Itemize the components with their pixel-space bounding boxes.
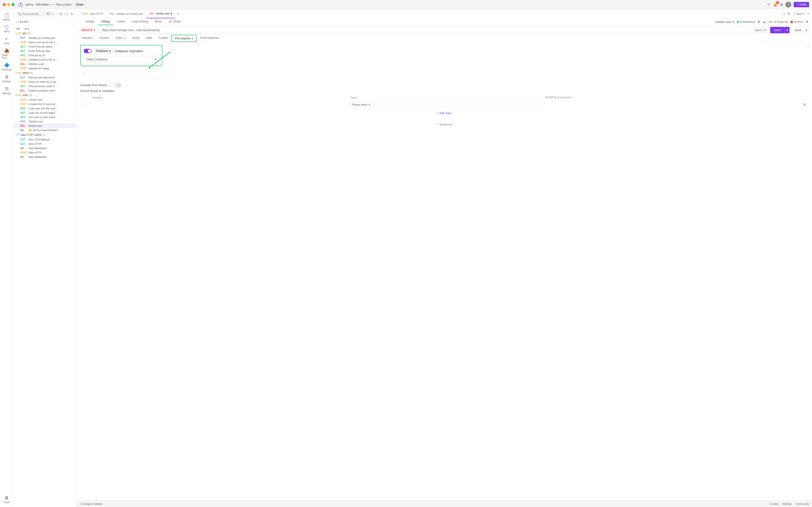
list-item[interactable]: POST Place an order for a pet	[13, 80, 76, 84]
lock-button[interactable]: 🔒 Lock	[763, 20, 772, 23]
tab-headers[interactable]: Headers	[78, 35, 96, 42]
environment-selector[interactable]: Developing ▾	[737, 20, 755, 23]
sidebar-item-schemas[interactable]: 🔷 Schemas	[1, 61, 12, 72]
tree-group-tcp[interactable]: ▾ T New TCP Client (1)	[13, 132, 76, 137]
archive-button[interactable]: 📥 Archive	[790, 20, 803, 23]
add-tab-button[interactable]: +	[175, 12, 181, 16]
list-item[interactable]: GET Find purchase order b...	[13, 84, 76, 89]
jsonpath-input[interactable]	[545, 103, 799, 106]
tree-group-pet[interactable]: ▾ 📁 pet (8)	[13, 31, 76, 36]
list-item[interactable]: GET Logs out current logge...	[13, 111, 76, 115]
duplicate-button[interactable]: ⧉ Duplicate	[774, 20, 788, 23]
tab-params[interactable]: Params	[96, 35, 113, 42]
add-folder-icon[interactable]: ☐	[64, 12, 68, 16]
sidebar-item-trash[interactable]: 🗑 Trash	[1, 494, 12, 505]
http-version-selector[interactable]: http/1.1 ▾	[753, 27, 768, 33]
list-item[interactable]: DEL Deletes a pet	[13, 62, 76, 66]
list-item[interactable]: POST Creates list of users wi...	[13, 102, 76, 106]
tree-group-user[interactable]: ▾ 📁 user (8)	[13, 93, 76, 98]
sidebar-item-tests[interactable]: ✓ Tests	[1, 35, 12, 46]
list-item[interactable]: POST Add a new pet to the s...	[13, 40, 76, 44]
tab-share[interactable]: 🔗 Share	[165, 18, 184, 25]
jsonpath-info-icon[interactable]: ⓘ	[572, 96, 574, 99]
tab-update-pet[interactable]: PUT Update an existing pet	[106, 9, 146, 18]
workspace-selector[interactable]: T Test ▾	[792, 11, 806, 16]
db-toggle[interactable]	[84, 49, 92, 53]
settings-bottom-button[interactable]: Settings	[782, 502, 792, 505]
list-item[interactable]: PUT Update an existing pet	[13, 36, 76, 40]
tab-cookie[interactable]: Cookie	[155, 35, 171, 42]
invite-button[interactable]: + Invite	[794, 2, 809, 7]
tab-cases[interactable]: Cases	[113, 18, 128, 25]
list-item[interactable]: PUT Update user	[13, 119, 76, 124]
expand-button[interactable]: ⛶	[805, 44, 809, 48]
more-tabs-button[interactable]: ···	[181, 12, 187, 15]
add-task-button[interactable]: + Add Task	[437, 112, 451, 115]
sidebar-item-apis[interactable]: ⬡ APIs	[1, 23, 12, 34]
db-select-dropdown[interactable]: Select Database ▾	[84, 56, 159, 63]
list-item[interactable]: GET Get user by user name	[13, 115, 76, 119]
tab-new-http[interactable]: POST New HTTP	[78, 9, 106, 18]
tab-post-response[interactable]: Post-response	[197, 35, 222, 42]
list-item[interactable]: GET Logs user into the syst...	[13, 106, 76, 111]
expand-icon[interactable]: ≡	[807, 11, 810, 16]
new-project-button[interactable]: + New project	[54, 3, 71, 6]
list-item[interactable]: POST New HTTP	[13, 151, 76, 155]
sidebar-item-settings[interactable]: ⚙ Settings	[1, 73, 12, 84]
collapse-left-icon[interactable]: ◁	[781, 11, 785, 16]
search-box[interactable]: 🔍 All ▾	[16, 11, 57, 17]
fullscreen-button[interactable]	[12, 3, 14, 6]
refresh-icon[interactable]: ↻	[767, 2, 771, 7]
console-toggle[interactable]	[113, 83, 121, 88]
url-input[interactable]	[99, 27, 751, 33]
list-item[interactable]: POST uploads an image	[13, 66, 76, 70]
jsonpath-cell[interactable]	[543, 101, 801, 109]
variable-cell[interactable]	[90, 101, 348, 109]
drag-handle-icon[interactable]: ⠿	[82, 103, 84, 106]
tab-mock[interactable]: Mock	[152, 18, 165, 25]
list-item[interactable]: MD New Markdown	[13, 155, 76, 159]
layout-icon[interactable]: ⊞	[779, 2, 783, 7]
type-select[interactable]: Please select ▾	[350, 102, 541, 107]
more-settings-icon[interactable]: ⚙	[731, 20, 735, 24]
list-item[interactable]: POST Updates a pet in the st...	[13, 57, 76, 62]
community-button[interactable]: Community	[796, 502, 809, 505]
list-item[interactable]: MD New Markdown	[13, 146, 76, 151]
tree-group-store[interactable]: ▾ 📁 store (4)	[13, 70, 76, 75]
variable-input[interactable]	[92, 103, 346, 106]
chevron-down-icon[interactable]: ▾	[50, 3, 52, 6]
expand-icon[interactable]: ⛶	[805, 44, 809, 48]
more-icon[interactable]: ⚙	[805, 19, 809, 24]
cookie-button[interactable]: Cookie	[770, 502, 778, 505]
search-input[interactable]	[22, 12, 44, 15]
delete-cell[interactable]: 🗑	[801, 101, 808, 109]
filter-badge[interactable]: All	[45, 12, 51, 16]
tab-pre-request[interactable]: Pre-request	[171, 35, 197, 42]
minimize-button[interactable]	[7, 3, 10, 6]
list-item[interactable]: GET Find pet by ID	[13, 53, 76, 57]
refresh-api-icon[interactable]: ⟳	[59, 12, 63, 16]
list-item[interactable]: GET Finds Pets by tags	[13, 49, 76, 53]
list-item[interactable]: GET Returns pet inventorie...	[13, 75, 76, 80]
send-dropdown-button[interactable]: ▾	[785, 27, 790, 33]
tree-item-md-test[interactable]: MD test	[13, 26, 76, 31]
close-api-icon[interactable]: ✕	[70, 12, 74, 16]
method-selector[interactable]: DELETE ▾	[79, 27, 97, 33]
list-item-delete-user[interactable]: DEL Delete user	[13, 124, 76, 128]
send-button[interactable]: Send	[770, 27, 785, 33]
sidebar-item-share-docs[interactable]: 📤 Share Docs	[1, 47, 12, 61]
sidebar-item-manage[interactable]: ☰ Manage	[1, 85, 12, 96]
list-item[interactable]: TCP New TCP Method	[13, 137, 76, 142]
list-item[interactable]: DEL Delete purchase order...	[13, 89, 76, 93]
save-dropdown-button[interactable]: ▾	[804, 27, 809, 33]
notification-button[interactable]: 🔔 8	[773, 2, 778, 7]
tab-path[interactable]: Path (1)	[113, 35, 129, 42]
list-item[interactable]: MD 🤝 Get to know EchoAPI	[13, 128, 76, 132]
layout-toggle-icon[interactable]: ⊞	[757, 19, 761, 24]
avatar[interactable]: S	[785, 2, 791, 7]
collapse-sidebar-button[interactable]: ◁ Collapse Sidebar	[79, 502, 102, 505]
tab-load-testing[interactable]: Load Testing	[128, 18, 152, 25]
close-button[interactable]	[3, 3, 6, 6]
tab-debug[interactable]: Debug	[98, 18, 113, 25]
list-item[interactable]: POST Create user	[13, 98, 76, 102]
